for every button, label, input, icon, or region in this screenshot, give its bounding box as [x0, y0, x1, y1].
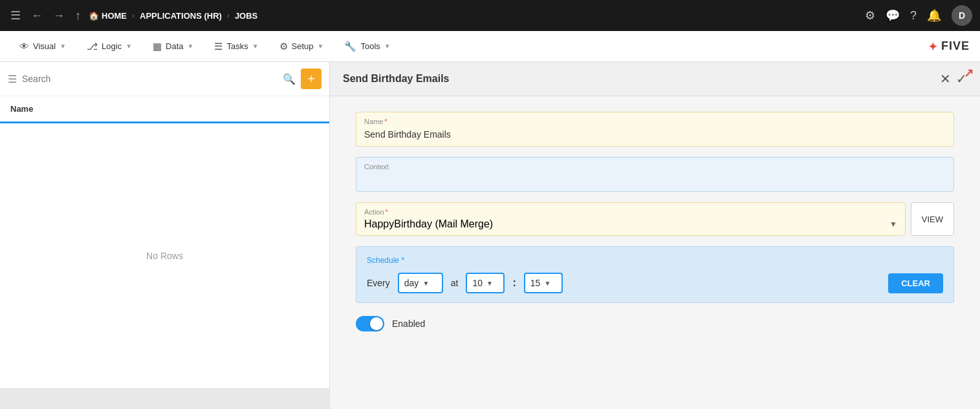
chat-icon[interactable]: 💬 — [886, 8, 900, 23]
left-panel: ☰ 🔍 + Name No Rows — [0, 62, 330, 409]
forward-icon[interactable]: → — [50, 6, 67, 25]
nav-tasks[interactable]: ☰ Tasks ▼ — [205, 36, 267, 58]
settings-icon[interactable]: ⚙ — [865, 8, 875, 23]
name-label: Name * — [364, 118, 946, 125]
nav-logic[interactable]: ⎇ Logic ▼ — [78, 36, 141, 58]
action-dropdown-icon: ▼ — [889, 220, 897, 229]
header-actions: ✕ ✓ ↗ — [940, 71, 967, 87]
tools-arrow-icon: ▼ — [384, 43, 391, 50]
at-label: at — [451, 278, 459, 288]
view-button[interactable]: VIEW — [911, 202, 954, 236]
left-panel-footer — [0, 388, 329, 409]
table-header: Name — [0, 96, 329, 123]
right-panel: Send Birthday Emails ✕ ✓ ↗ Name * — [330, 62, 980, 409]
five-logo-icon: ✦ — [928, 39, 939, 54]
visual-icon: 👁 — [19, 41, 29, 52]
top-nav-actions: ⚙ 💬 ? 🔔 D — [865, 5, 972, 26]
day-arrow-icon: ▼ — [422, 280, 429, 287]
action-row: Action * HappyBirthday (Mail Merge) ▼ VI… — [356, 202, 954, 236]
breadcrumb-home[interactable]: 🏠 HOME — [89, 11, 127, 21]
schedule-row: Every day ▼ at 10 ▼ : 15 ▼ CLEAR — [367, 273, 943, 293]
breadcrumb-jobs[interactable]: JOBS — [235, 11, 257, 21]
no-rows-label: No Rows — [0, 123, 329, 388]
close-button[interactable]: ✕ — [940, 71, 951, 87]
action-field: Action * HappyBirthday (Mail Merge) ▼ — [356, 202, 906, 236]
arrow-indicator: ↗ — [964, 66, 974, 80]
hour-select[interactable]: 10 ▼ — [466, 273, 505, 293]
name-input[interactable] — [364, 128, 946, 141]
right-header: Send Birthday Emails ✕ ✓ ↗ — [330, 62, 980, 96]
logic-icon: ⎇ — [87, 41, 98, 52]
hour-value: 10 — [472, 278, 483, 288]
context-input[interactable] — [364, 173, 946, 186]
logo: ✦ FIVE — [928, 39, 970, 54]
help-icon[interactable]: ? — [910, 9, 917, 23]
minute-select[interactable]: 15 ▼ — [524, 273, 563, 293]
time-colon: : — [512, 277, 516, 289]
minute-arrow-icon: ▼ — [544, 280, 550, 287]
enabled-toggle[interactable] — [356, 316, 384, 331]
tools-icon: 🔧 — [344, 41, 356, 52]
logic-arrow-icon: ▼ — [125, 43, 132, 50]
day-value: day — [404, 278, 419, 288]
schedule-label: Schedule * — [367, 256, 943, 265]
data-arrow-icon: ▼ — [188, 43, 194, 50]
name-field: Name * — [356, 112, 954, 147]
setup-arrow-icon: ▼ — [318, 43, 324, 50]
tasks-icon: ☰ — [214, 41, 223, 52]
filter-icon[interactable]: ☰ — [8, 73, 17, 85]
schedule-section: Schedule * Every day ▼ at 10 ▼ : — [356, 246, 954, 303]
breadcrumb: 🏠 HOME › APPLICATIONS (HR) › JOBS — [89, 11, 257, 21]
search-bar: ☰ 🔍 + — [0, 62, 329, 96]
minute-value: 15 — [530, 278, 541, 288]
visual-arrow-icon: ▼ — [60, 43, 66, 50]
back-icon[interactable]: ← — [28, 6, 45, 25]
breadcrumb-sep1: › — [132, 11, 135, 20]
hamburger-icon[interactable]: ☰ — [8, 6, 23, 25]
search-input[interactable] — [22, 74, 278, 84]
hour-arrow-icon: ▼ — [486, 280, 493, 287]
add-button[interactable]: + — [301, 68, 321, 89]
up-icon[interactable]: ↑ — [72, 6, 83, 25]
avatar[interactable]: D — [952, 5, 972, 26]
every-label: Every — [367, 278, 390, 288]
five-logo: ✦ FIVE — [928, 39, 970, 54]
nav-setup[interactable]: ⚙ Setup ▼ — [270, 36, 333, 58]
top-nav: ☰ ← → ↑ 🏠 HOME › APPLICATIONS (HR) › JOB… — [0, 0, 980, 31]
action-value: HappyBirthday (Mail Merge) — [364, 218, 493, 230]
save-button[interactable]: ✓ ↗ — [956, 71, 967, 87]
action-select[interactable]: HappyBirthday (Mail Merge) ▼ — [364, 218, 897, 230]
setup-icon: ⚙ — [279, 41, 288, 52]
tasks-arrow-icon: ▼ — [252, 43, 259, 50]
context-label: Context — [364, 163, 946, 171]
nav-tools[interactable]: 🔧 Tools ▼ — [335, 36, 399, 58]
action-label: Action * — [364, 208, 897, 216]
breadcrumb-app[interactable]: APPLICATIONS (HR) — [140, 11, 222, 21]
nav-visual[interactable]: 👁 Visual ▼ — [10, 36, 75, 57]
breadcrumb-sep2: › — [227, 11, 230, 20]
secondary-nav: 👁 Visual ▼ ⎇ Logic ▼ ▦ Data ▼ ☰ Tasks ▼ … — [0, 31, 980, 62]
form-title: Send Birthday Emails — [343, 73, 450, 85]
nav-data[interactable]: ▦ Data ▼ — [144, 36, 202, 58]
home-icon: 🏠 — [89, 11, 99, 21]
day-select[interactable]: day ▼ — [398, 273, 443, 293]
data-icon: ▦ — [153, 41, 162, 52]
toggle-knob — [370, 317, 383, 330]
enabled-label: Enabled — [392, 319, 425, 329]
notification-icon[interactable]: 🔔 — [927, 8, 941, 23]
search-icon[interactable]: 🔍 — [283, 73, 296, 85]
form-content: Name * Context Action * — [330, 96, 980, 409]
clear-button[interactable]: CLEAR — [888, 273, 943, 293]
enabled-toggle-row: Enabled — [356, 313, 954, 334]
main-layout: ☰ 🔍 + Name No Rows Send Birthday Emails … — [0, 62, 980, 409]
context-field: Context — [356, 157, 954, 192]
